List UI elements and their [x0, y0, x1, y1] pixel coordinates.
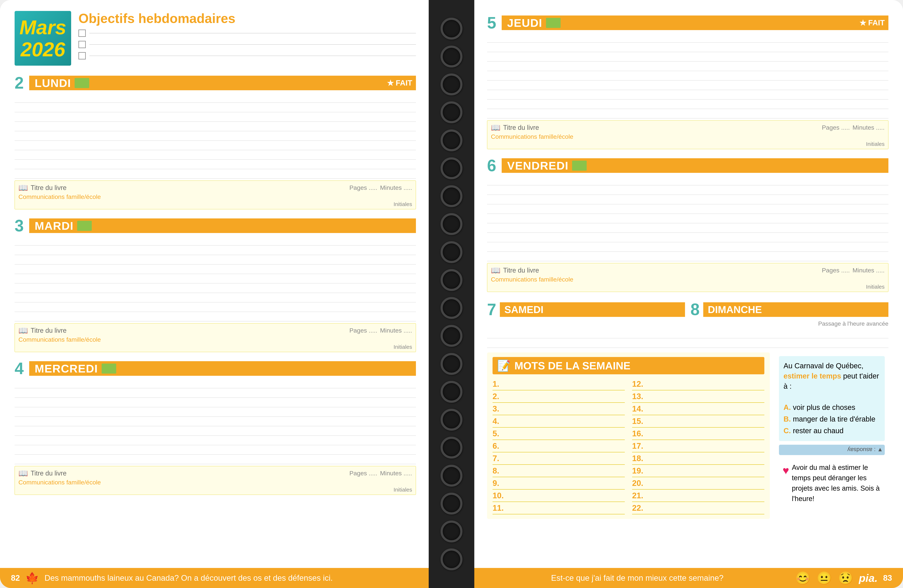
mardi-line-9[interactable]	[14, 312, 416, 321]
jeudi-line-9[interactable]	[487, 109, 889, 119]
mardi-name: MARDI	[35, 220, 74, 232]
spiral-binding	[429, 0, 474, 588]
lundi-number: 2	[14, 75, 24, 91]
lundi-pages: Pages .....	[349, 184, 377, 191]
vendredi-reading: 📖 Titre du livre Pages ..... Minutes ...…	[487, 263, 889, 292]
mardi-line-5[interactable]	[14, 274, 416, 284]
spiral-ring-11	[440, 297, 463, 319]
checkbox-3[interactable]	[79, 52, 86, 60]
mercredi-line-4[interactable]	[14, 407, 416, 417]
mots-item-21: 21.	[632, 489, 765, 502]
day-mercredi: 4 MERCREDI 📖 Titre du	[14, 357, 416, 495]
mots-num-4: 4.	[492, 417, 505, 426]
mardi-number: 3	[14, 218, 24, 234]
mots-grid: 1. 2. 3. 4.	[492, 378, 765, 514]
mots-num-10: 10.	[492, 491, 505, 500]
mercredi-line-9[interactable]	[14, 455, 416, 464]
mardi-header: 3 MARDI	[14, 218, 416, 234]
mots-num-20: 20.	[632, 478, 645, 488]
checkbox-1[interactable]	[79, 30, 86, 37]
mots-num-9: 9.	[492, 478, 505, 488]
mercredi-line-8[interactable]	[14, 445, 416, 455]
obj-line-rule-1	[90, 33, 416, 33]
spiral-ring-2	[440, 45, 463, 67]
samedi-bar: SAMEDI	[500, 302, 685, 317]
mardi-line-6[interactable]	[14, 284, 416, 293]
jeudi-line-5[interactable]	[487, 71, 889, 81]
mots-item-6: 6.	[492, 440, 625, 452]
weekend-line-2[interactable]	[487, 339, 889, 348]
mardi-line-3[interactable]	[14, 255, 416, 265]
mardi-line-8[interactable]	[14, 303, 416, 312]
jeudi-fait: ★ FAIT	[859, 19, 885, 27]
pia-logo: pia.	[859, 572, 878, 584]
lundi-line-1[interactable]	[14, 93, 416, 103]
mercredi-line-6[interactable]	[14, 426, 416, 436]
mardi-line-1[interactable]	[14, 236, 416, 246]
weekend-section: 7 SAMEDI 8 DIMANCHE Passage à l'heure av…	[487, 296, 889, 348]
trivia-section: Au Carnaval de Québec, estimer le temps …	[775, 353, 889, 519]
mots-item-19: 19.	[632, 465, 765, 477]
vendredi-line-5[interactable]	[487, 214, 889, 223]
lundi-line-4[interactable]	[14, 122, 416, 131]
vendredi-line-1[interactable]	[487, 176, 889, 185]
obj-line-rule-3	[90, 56, 416, 56]
mercredi-line-2[interactable]	[14, 388, 416, 398]
book-icon-lundi: 📖	[19, 183, 28, 192]
trivia-option-c: C. rester au chaud	[783, 425, 880, 436]
mercredi-box	[102, 364, 116, 373]
lundi-line-8[interactable]	[14, 160, 416, 169]
mots-num-13: 13.	[632, 392, 645, 401]
vendredi-line-7[interactable]	[487, 233, 889, 242]
vendredi-line-8[interactable]	[487, 242, 889, 252]
checkbox-2[interactable]	[79, 41, 86, 48]
vendredi-minutes: Minutes .....	[853, 267, 884, 274]
pencil-icon: 📝	[497, 359, 511, 372]
mardi-box	[77, 221, 92, 231]
lundi-line-6[interactable]	[14, 141, 416, 150]
mots-item-2: 2.	[492, 390, 625, 403]
mots-item-7: 7.	[492, 452, 625, 465]
objective-line-1	[79, 30, 416, 37]
jeudi-line-3[interactable]	[487, 52, 889, 62]
jeudi-star-icon: ★	[859, 19, 866, 27]
mercredi-line-7[interactable]	[14, 436, 416, 445]
mardi-line-2[interactable]	[14, 246, 416, 255]
mercredi-lines	[14, 379, 416, 464]
mots-item-17: 17.	[632, 440, 765, 452]
spiral-ring-8	[440, 213, 463, 235]
jeudi-line-2[interactable]	[487, 43, 889, 52]
vendredi-line-9[interactable]	[487, 252, 889, 261]
jeudi-line-4[interactable]	[487, 62, 889, 71]
vendredi-line-4[interactable]	[487, 204, 889, 214]
spiral-ring-16	[440, 437, 463, 459]
lundi-line-9[interactable]	[14, 169, 416, 179]
mardi-line-7[interactable]	[14, 293, 416, 303]
lundi-line-2[interactable]	[14, 103, 416, 112]
jeudi-line-7[interactable]	[487, 90, 889, 100]
vendredi-line-6[interactable]	[487, 223, 889, 233]
spiral-ring-4	[440, 101, 463, 123]
mots-section: 📝 MOTS DE LA SEMAINE 1. 2.	[487, 353, 770, 519]
mercredi-book-label: Titre du livre	[31, 469, 347, 477]
mercredi-line-1[interactable]	[14, 379, 416, 388]
weekend-line-1[interactable]	[487, 329, 889, 339]
jeudi-line-6[interactable]	[487, 81, 889, 90]
dimanche-bar: DIMANCHE	[703, 302, 889, 317]
spiral-ring-15	[440, 409, 463, 431]
jeudi-line-1[interactable]	[487, 33, 889, 43]
book-icon-mercredi: 📖	[19, 469, 28, 478]
mots-item-8: 8.	[492, 465, 625, 477]
mercredi-line-3[interactable]	[14, 398, 416, 407]
spiral-ring-12	[440, 325, 463, 347]
mercredi-line-5[interactable]	[14, 417, 416, 426]
jeudi-line-8[interactable]	[487, 100, 889, 109]
vendredi-line-3[interactable]	[487, 195, 889, 204]
mots-num-14: 14.	[632, 404, 645, 413]
lundi-line-3[interactable]	[14, 112, 416, 122]
left-page: Mars 2026 Objectifs hebdomadaires	[0, 0, 429, 588]
lundi-line-7[interactable]	[14, 150, 416, 160]
lundi-line-5[interactable]	[14, 131, 416, 141]
mardi-line-4[interactable]	[14, 265, 416, 274]
vendredi-line-2[interactable]	[487, 185, 889, 195]
